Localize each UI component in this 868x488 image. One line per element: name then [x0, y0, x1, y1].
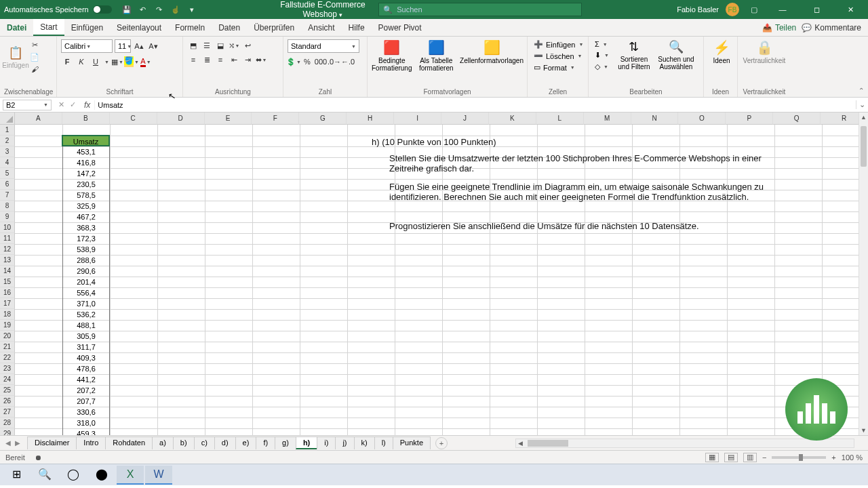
spreadsheet-grid[interactable]: 1234567891011121314151617181920212223242… [0, 113, 868, 435]
sheet-tab[interactable]: h) [296, 436, 317, 449]
row-header[interactable]: 26 [0, 396, 15, 407]
page-layout-view-icon[interactable]: ▤ [724, 453, 738, 462]
data-cell[interactable]: 578,5 [62, 190, 110, 201]
data-cell[interactable]: 147,2 [62, 168, 110, 179]
tab-daten[interactable]: Daten [212, 19, 247, 36]
row-header[interactable]: 22 [0, 352, 15, 363]
cancel-formula-icon[interactable]: ✕ [58, 100, 64, 109]
page-break-view-icon[interactable]: ▥ [743, 453, 757, 462]
sheet-tab[interactable]: g) [275, 436, 296, 449]
column-header[interactable]: G [299, 113, 347, 125]
row-header[interactable]: 4 [0, 157, 15, 168]
formula-input[interactable]: Umsatz [94, 100, 856, 110]
data-cell[interactable]: 207,2 [62, 385, 110, 396]
undo-icon[interactable]: ↶ [137, 1, 149, 18]
taskbar-word-icon[interactable]: W [145, 466, 172, 485]
redo-icon[interactable]: ↷ [153, 1, 165, 18]
align-center-icon[interactable]: ≣ [201, 54, 213, 66]
column-header[interactable]: K [489, 113, 536, 125]
row-header[interactable]: 12 [0, 244, 15, 255]
tab-einfügen[interactable]: Einfügen [64, 19, 110, 36]
data-cell[interactable]: 416,8 [62, 157, 110, 168]
bold-button[interactable]: F [61, 56, 73, 68]
sheet-tab[interactable]: e) [235, 436, 257, 449]
cell-styles-button[interactable]: 🟨Zellenformatvorlagen [460, 39, 523, 72]
scroll-down-icon[interactable]: ▼ [859, 426, 868, 435]
share-button[interactable]: 📤Teilen [762, 23, 796, 33]
row-header[interactable]: 24 [0, 374, 15, 385]
align-middle-icon[interactable]: ☰ [201, 39, 213, 52]
comma-icon[interactable]: 000 [315, 56, 327, 68]
data-cell[interactable]: 311,7 [62, 342, 110, 352]
row-header[interactable]: 1 [0, 125, 15, 136]
underline-more-icon[interactable]: ▼ [104, 60, 109, 64]
sheet-tab[interactable]: d) [214, 436, 236, 449]
close-button[interactable]: ✕ [837, 0, 864, 19]
decrease-font-icon[interactable]: A▾ [147, 40, 159, 52]
number-format-combo[interactable]: Standard▼ [288, 39, 359, 53]
sheet-tab[interactable]: i) [317, 436, 336, 449]
align-top-icon[interactable]: ⬒ [187, 39, 199, 52]
autosave-toggle[interactable]: Automatisches Speichern [4, 5, 112, 14]
cut-icon[interactable]: ✂ [28, 39, 41, 50]
row-header[interactable]: 28 [0, 418, 15, 428]
row-header[interactable]: 16 [0, 287, 15, 298]
sheet-tab[interactable]: c) [194, 436, 215, 449]
sheet-nav-prev-icon[interactable]: ◀ [5, 439, 11, 447]
conditional-formatting-button[interactable]: 🟥Bedingte Formatierung [372, 39, 412, 72]
column-header[interactable]: H [347, 113, 394, 125]
row-header[interactable]: 5 [0, 168, 15, 179]
vertical-scrollbar[interactable]: ▲ ▼ [859, 113, 868, 435]
data-cell[interactable]: 172,3 [62, 233, 110, 244]
tab-überprüfen[interactable]: Überprüfen [247, 19, 301, 36]
data-cell[interactable]: 453,1 [62, 146, 110, 157]
maximize-button[interactable]: ◻ [803, 0, 830, 19]
column-header[interactable]: O [678, 113, 726, 125]
scroll-up-icon[interactable]: ▲ [859, 113, 868, 122]
ideas-button[interactable]: ⚡Ideen [708, 39, 735, 64]
row-header[interactable]: 17 [0, 298, 15, 309]
row-header[interactable]: 2 [0, 136, 15, 146]
horizontal-scrollbar[interactable]: ◀ [515, 439, 854, 448]
font-color-icon[interactable]: A▼ [140, 56, 152, 68]
scroll-left-icon[interactable]: ◀ [516, 440, 525, 447]
scrollbar-thumb[interactable] [861, 126, 867, 167]
underline-button[interactable]: U [90, 56, 102, 68]
align-right-icon[interactable]: ≡ [214, 54, 226, 66]
column-header[interactable]: J [441, 113, 489, 125]
column-header[interactable]: F [252, 113, 299, 125]
row-header[interactable]: 10 [0, 222, 15, 233]
percent-icon[interactable]: % [301, 56, 313, 68]
sheet-tab[interactable]: b) [173, 436, 195, 449]
zoom-out-icon[interactable]: − [762, 453, 766, 462]
tab-seitenlayout[interactable]: Seitenlayout [110, 19, 168, 36]
taskbar-search-icon[interactable]: 🔍 [31, 466, 58, 485]
sheet-tab[interactable]: Punkte [393, 436, 431, 449]
align-left-icon[interactable]: ≡ [187, 54, 199, 66]
row-header[interactable]: 25 [0, 385, 15, 396]
column-header[interactable]: L [536, 113, 584, 125]
selected-cell[interactable]: Umsatz [62, 135, 110, 146]
data-cell[interactable]: 290,6 [62, 266, 110, 277]
font-name-combo[interactable]: Calibri▼ [61, 39, 113, 53]
column-header[interactable]: M [584, 113, 631, 125]
row-header[interactable]: 13 [0, 255, 15, 266]
data-cell[interactable]: 371,0 [62, 298, 110, 309]
indent-increase-icon[interactable]: ⇥ [241, 54, 254, 66]
align-bottom-icon[interactable]: ⬓ [214, 39, 226, 52]
column-header[interactable]: B [62, 113, 110, 125]
comments-button[interactable]: 💬Kommentare [802, 23, 861, 33]
data-cell[interactable]: 409,3 [62, 352, 110, 363]
fill-button[interactable]: ⬇▼ [593, 50, 611, 60]
delete-cells-button[interactable]: ➖Löschen▼ [532, 51, 584, 61]
add-sheet-button[interactable]: + [435, 437, 448, 449]
orientation-icon[interactable]: ⤭▼ [228, 39, 240, 52]
tab-hilfe[interactable]: Hilfe [342, 19, 372, 36]
decrease-decimal-icon[interactable]: ←.0 [342, 56, 354, 68]
data-cell[interactable]: 441,2 [62, 374, 110, 385]
insert-cells-button[interactable]: ➕Einfügen▼ [532, 39, 584, 49]
sheet-tab[interactable]: a) [152, 436, 174, 449]
find-select-button[interactable]: 🔍Suchen und Auswählen [657, 39, 695, 72]
tab-ansicht[interactable]: Ansicht [301, 19, 341, 36]
wrap-text-icon[interactable]: ↩ [241, 39, 254, 52]
